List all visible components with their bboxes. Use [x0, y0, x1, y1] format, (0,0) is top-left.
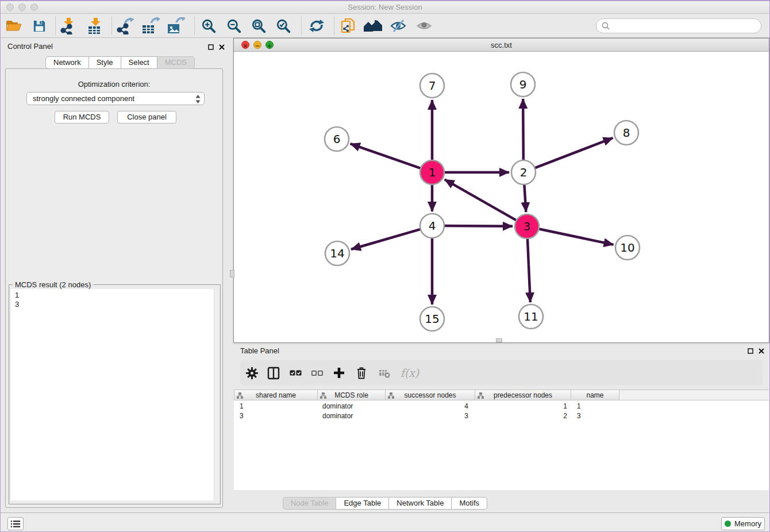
network-graph[interactable]: 7968124314101511: [234, 52, 769, 342]
attribute-type-icon: [478, 392, 484, 399]
graph-node-label-10: 10: [620, 241, 634, 255]
close-table-panel-button[interactable]: [757, 346, 766, 356]
export-network-button[interactable]: [116, 17, 135, 35]
column-header-name[interactable]: name: [571, 390, 619, 400]
bottom-splitter-handle[interactable]: [496, 338, 502, 342]
zoom-fit-icon: [251, 18, 266, 33]
import-table-button[interactable]: [86, 17, 105, 35]
search-input[interactable]: [613, 21, 761, 31]
float-table-panel-button[interactable]: [746, 346, 755, 356]
refresh-layout-button[interactable]: [307, 17, 326, 35]
open-folder-icon: [5, 18, 22, 33]
cell-predecessor-nodes[interactable]: 2: [475, 411, 567, 421]
create-column-button[interactable]: [330, 364, 348, 381]
unselect-all-columns-button[interactable]: [309, 364, 326, 381]
cell-predecessor-nodes[interactable]: 1: [475, 402, 567, 411]
close-window-button[interactable]: [6, 3, 14, 11]
table-settings-button[interactable]: [243, 364, 260, 381]
cell-name[interactable]: 3: [577, 411, 581, 421]
zoom-out-button[interactable]: [224, 17, 244, 35]
open-session-button[interactable]: [4, 17, 24, 35]
tab-select[interactable]: Select: [121, 56, 157, 69]
function-builder-button[interactable]: f(x): [398, 364, 421, 381]
save-session-button[interactable]: [29, 17, 49, 35]
tab-network-table[interactable]: Network Table: [389, 497, 452, 510]
cell-name[interactable]: 1: [577, 402, 581, 411]
graph-node-label-2: 2: [520, 165, 528, 179]
splitter-handle[interactable]: [230, 270, 234, 277]
graph-edge-2-9[interactable]: [523, 99, 523, 161]
graph-edge-3-11[interactable]: [528, 237, 530, 302]
zoom-window-button[interactable]: [30, 3, 38, 11]
memory-button[interactable]: Memory: [721, 517, 765, 530]
column-header-successor-nodes[interactable]: successor nodes: [386, 390, 475, 400]
optimization-criterion-label: Optimization criterion:: [5, 80, 223, 88]
tab-node-table[interactable]: Node Table: [283, 497, 337, 510]
criterion-select[interactable]: strongly connected component: [26, 92, 205, 105]
delete-column-button[interactable]: [353, 364, 370, 381]
graph-edge-3-10[interactable]: [538, 229, 614, 245]
unchecked-boxes-icon: [311, 371, 323, 376]
cell-mcds-role[interactable]: dominator: [322, 402, 353, 411]
minimize-network-window-button[interactable]: [253, 41, 261, 49]
gear-icon: [245, 367, 259, 380]
cell-mcds-role[interactable]: dominator: [322, 411, 353, 421]
delete-table-button[interactable]: [376, 364, 393, 381]
graph-edge-1-6[interactable]: [351, 144, 422, 168]
close-panel-button[interactable]: [217, 43, 226, 52]
close-icon: [759, 348, 764, 354]
result-scrollbar[interactable]: [214, 289, 218, 500]
maximize-network-window-button[interactable]: [265, 41, 274, 49]
table-row[interactable]: 3 dominator 3 2 3: [234, 411, 769, 421]
export-table-button[interactable]: [141, 17, 160, 35]
mcds-result-text[interactable]: 1 3: [11, 289, 215, 500]
graph-edge-2-8[interactable]: [534, 138, 613, 168]
application-window: Session: New Session: [0, 0, 770, 532]
float-panel-button[interactable]: [206, 43, 215, 52]
zoom-selected-button[interactable]: [274, 17, 293, 35]
tab-motifs[interactable]: Motifs: [452, 497, 487, 510]
graph-edge-4-3[interactable]: [443, 226, 513, 226]
graph-edge-4-14[interactable]: [351, 229, 422, 249]
column-header-predecessor-nodes[interactable]: predecessor nodes: [475, 390, 571, 400]
hide-selected-button[interactable]: [388, 17, 408, 35]
network-window-titlebar[interactable]: scc.txt: [234, 38, 769, 52]
graph-edge-3-1[interactable]: [445, 179, 518, 221]
table-toolbar: f(x): [240, 360, 763, 385]
export-image-button[interactable]: [166, 17, 186, 35]
zoom-in-icon: [201, 18, 216, 33]
import-network-button[interactable]: [59, 17, 78, 35]
run-mcds-button[interactable]: Run MCDS: [55, 111, 109, 124]
close-panel-action-button[interactable]: Close panel: [117, 111, 176, 124]
minimize-window-button[interactable]: [18, 3, 26, 11]
houses-icon: [363, 18, 383, 33]
table-row[interactable]: 1 dominator 4 1 1: [234, 402, 769, 411]
tab-edge-table[interactable]: Edge Table: [336, 497, 389, 510]
clone-network-button[interactable]: [338, 17, 358, 35]
select-stepper-icon: [195, 94, 201, 108]
save-floppy-icon: [32, 19, 47, 33]
graph-edge-2-3[interactable]: [524, 183, 526, 212]
column-header-shared-name[interactable]: shared name: [234, 390, 318, 400]
home-view-button[interactable]: [363, 17, 383, 35]
zoom-fit-button[interactable]: [249, 17, 268, 35]
close-network-window-button[interactable]: [241, 41, 249, 49]
show-column-panel-button[interactable]: [265, 364, 282, 381]
tab-style[interactable]: Style: [89, 56, 121, 69]
tab-mcds[interactable]: MCDS: [157, 56, 195, 69]
attribute-type-icon: [237, 392, 243, 399]
show-all-button[interactable]: [414, 17, 434, 35]
zoom-in-button[interactable]: [199, 17, 218, 35]
show-panels-menu-button[interactable]: [7, 517, 24, 530]
tab-network[interactable]: Network: [45, 56, 89, 69]
cell-shared-name[interactable]: 3: [240, 411, 244, 421]
select-all-columns-button[interactable]: [287, 364, 304, 381]
memory-status-icon: [725, 521, 731, 527]
cell-successor-nodes[interactable]: 3: [386, 411, 468, 421]
column-header-mcds-role[interactable]: MCDS role: [318, 390, 386, 400]
search-field[interactable]: [596, 18, 761, 33]
cell-successor-nodes[interactable]: 4: [386, 402, 468, 411]
control-panel-tabs: Network Style Select MCDS: [45, 56, 195, 69]
cell-shared-name[interactable]: 1: [240, 402, 244, 411]
memory-label: Memory: [734, 519, 761, 528]
